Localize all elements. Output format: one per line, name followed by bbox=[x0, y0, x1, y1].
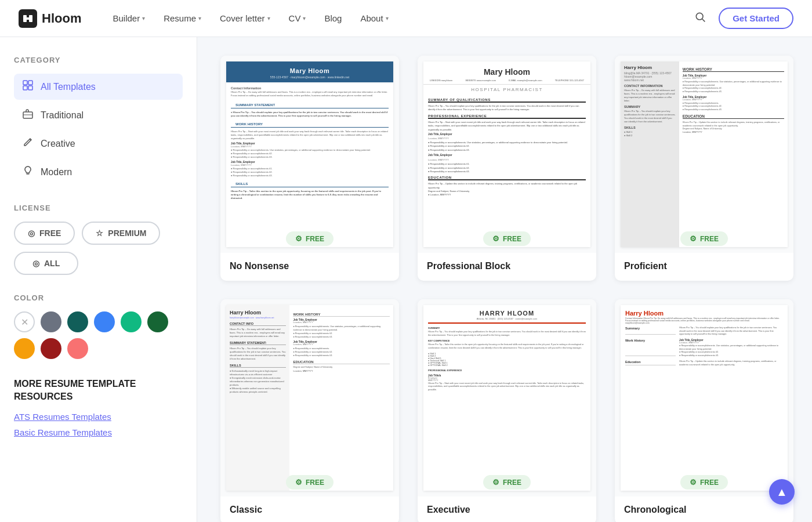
sidebar-item-traditional[interactable]: Traditional bbox=[14, 102, 183, 128]
badge-icon: ⚙ bbox=[492, 478, 499, 487]
color-swatch-red[interactable] bbox=[41, 338, 61, 359]
chevron-down-icon: ▾ bbox=[267, 15, 270, 21]
page-layout: CATEGORY All Templates bbox=[0, 37, 812, 522]
template-name-chronological: Chronological bbox=[615, 496, 793, 522]
arrow-up-icon: ▲ bbox=[776, 485, 788, 499]
template-preview-chronological: Harry Hloom Contact Information Hloom Pr… bbox=[615, 299, 793, 496]
badge-icon: ⚙ bbox=[690, 234, 697, 243]
color-section-title: COLOR bbox=[14, 293, 183, 302]
category-section-title: CATEGORY bbox=[14, 56, 183, 64]
template-preview-professional-block: Mary Hloom LINKEDIN maryhloom WEBSITE ww… bbox=[418, 56, 596, 253]
free-license-button[interactable]: ◎ FREE bbox=[14, 222, 75, 245]
color-swatch-dark-green[interactable] bbox=[147, 311, 168, 332]
template-name-classic: Classic bbox=[220, 496, 399, 522]
sidebar: CATEGORY All Templates bbox=[0, 37, 197, 522]
svg-rect-7 bbox=[23, 86, 27, 90]
more-resources-title: MORE RESUME TEMPLATE RESOURCES bbox=[14, 378, 183, 404]
free-badge-executive: ⚙ FREE bbox=[483, 475, 531, 490]
briefcase-icon bbox=[22, 108, 34, 122]
badge-icon: ⚙ bbox=[492, 234, 499, 243]
badge-icon: ⚙ bbox=[690, 478, 697, 487]
free-badge-chronological: ⚙ FREE bbox=[680, 475, 728, 490]
all-license-button[interactable]: ◎ ALL bbox=[14, 252, 78, 275]
template-card-no-nonsense[interactable]: Mary Hloom 555-123-4567 · maryhloom@exam… bbox=[220, 56, 399, 281]
svg-rect-6 bbox=[28, 81, 32, 85]
nav-cover-letter[interactable]: Cover letter ▾ bbox=[212, 9, 278, 28]
all-templates-label: All Templates bbox=[41, 82, 96, 92]
nav-cv[interactable]: CV ▾ bbox=[281, 9, 314, 28]
chevron-down-icon: ▾ bbox=[142, 15, 145, 21]
template-preview-classic: Harry Hloom harryhloom@example.com · www… bbox=[220, 299, 399, 496]
sidebar-item-all-templates[interactable]: All Templates bbox=[14, 74, 183, 100]
svg-rect-8 bbox=[28, 86, 32, 90]
basic-resumes-link[interactable]: Basic Resume Templates bbox=[14, 427, 183, 437]
license-section-title: LICENSE bbox=[14, 204, 183, 212]
badge-icon: ⚙ bbox=[295, 234, 302, 243]
free-badge-classic: ⚙ FREE bbox=[286, 475, 334, 490]
color-swatch-none[interactable]: ✕ bbox=[14, 311, 35, 332]
template-card-classic[interactable]: Harry Hloom harryhloom@example.com · www… bbox=[220, 299, 399, 522]
badge-icon: ⚙ bbox=[295, 478, 302, 487]
free-badge-no-nonsense: ⚙ FREE bbox=[286, 231, 334, 246]
template-preview-no-nonsense: Mary Hloom 555-123-4567 · maryhloom@exam… bbox=[220, 56, 399, 253]
svg-rect-0 bbox=[23, 15, 27, 22]
templates-grid: Mary Hloom 555-123-4567 · maryhloom@exam… bbox=[220, 56, 793, 522]
sidebar-item-creative[interactable]: Creative bbox=[14, 130, 183, 157]
template-card-proficient[interactable]: Harry Hloom bling@le.MA 34791 · (555) 12… bbox=[615, 56, 793, 281]
header-right: Get Started bbox=[691, 8, 793, 29]
circle-icon: ◎ bbox=[32, 259, 39, 268]
free-badge-professional-block: ⚙ FREE bbox=[483, 231, 531, 246]
nav-about[interactable]: About ▾ bbox=[352, 9, 396, 28]
creative-label: Creative bbox=[41, 139, 75, 149]
circle-icon: ◎ bbox=[28, 229, 35, 238]
template-name-professional-block: Professional Block bbox=[418, 253, 596, 281]
get-started-button[interactable]: Get Started bbox=[719, 8, 793, 29]
license-buttons: ◎ FREE ☆ PREMIUM bbox=[14, 222, 183, 245]
color-swatch-teal[interactable] bbox=[67, 311, 88, 332]
chevron-down-icon: ▾ bbox=[303, 15, 306, 21]
ats-resumes-link[interactable]: ATS Resumes Templates bbox=[14, 412, 183, 422]
free-badge-proficient: ⚙ FREE bbox=[680, 231, 728, 246]
template-preview-executive: HARRY HLOOM Atlanta, NC 28401 · (555) 12… bbox=[418, 299, 596, 496]
grid-icon bbox=[22, 79, 34, 94]
main-nav: Builder ▾ Resume ▾ Cover letter ▾ CV ▾ B… bbox=[104, 9, 691, 28]
color-section: COLOR ✕ bbox=[14, 293, 183, 359]
color-swatch-salmon[interactable] bbox=[67, 338, 88, 359]
premium-license-button[interactable]: ☆ PREMIUM bbox=[82, 222, 160, 245]
template-card-executive[interactable]: HARRY HLOOM Atlanta, NC 28401 · (555) 12… bbox=[418, 299, 596, 522]
chevron-down-icon: ▾ bbox=[386, 15, 389, 21]
svg-rect-2 bbox=[27, 17, 29, 20]
more-resources: MORE RESUME TEMPLATE RESOURCES ATS Resum… bbox=[14, 378, 183, 437]
modern-label: Modern bbox=[41, 167, 72, 177]
template-name-no-nonsense: No Nonsense bbox=[220, 253, 399, 281]
scroll-up-button[interactable]: ▲ bbox=[769, 479, 795, 505]
color-swatch-green[interactable] bbox=[121, 311, 142, 332]
pencil-icon bbox=[22, 136, 34, 151]
template-name-proficient: Proficient bbox=[615, 253, 793, 281]
site-header: Hloom Builder ▾ Resume ▾ Cover letter ▾ … bbox=[0, 0, 812, 37]
traditional-label: Traditional bbox=[41, 110, 84, 121]
svg-rect-5 bbox=[23, 81, 27, 85]
template-card-chronological[interactable]: Harry Hloom Contact Information Hloom Pr… bbox=[615, 299, 793, 522]
color-swatch-yellow[interactable] bbox=[14, 338, 35, 359]
nav-resume[interactable]: Resume ▾ bbox=[155, 9, 209, 28]
chevron-down-icon: ▾ bbox=[198, 15, 201, 21]
search-button[interactable] bbox=[691, 8, 709, 29]
color-swatch-blue[interactable] bbox=[94, 311, 115, 332]
template-preview-proficient: Harry Hloom bling@le.MA 34791 · (555) 12… bbox=[615, 56, 793, 253]
logo-text: Hloom bbox=[42, 11, 81, 26]
main-content: Mary Hloom 555-123-4567 · maryhloom@exam… bbox=[197, 37, 812, 522]
color-swatch-gray[interactable] bbox=[41, 311, 61, 332]
license-section: LICENSE ◎ FREE ☆ PREMIUM ◎ ALL bbox=[14, 204, 183, 275]
svg-rect-1 bbox=[29, 15, 32, 22]
category-list: All Templates Traditional bbox=[14, 74, 183, 185]
star-icon: ☆ bbox=[96, 229, 103, 238]
nav-blog[interactable]: Blog bbox=[316, 9, 350, 28]
svg-line-4 bbox=[702, 19, 705, 22]
template-name-executive: Executive bbox=[418, 496, 596, 522]
sidebar-item-modern[interactable]: Modern bbox=[14, 159, 183, 185]
template-card-professional-block[interactable]: Mary Hloom LINKEDIN maryhloom WEBSITE ww… bbox=[418, 56, 596, 281]
nav-builder[interactable]: Builder ▾ bbox=[104, 9, 153, 28]
logo[interactable]: Hloom bbox=[19, 9, 81, 28]
color-swatches: ✕ bbox=[14, 311, 183, 359]
